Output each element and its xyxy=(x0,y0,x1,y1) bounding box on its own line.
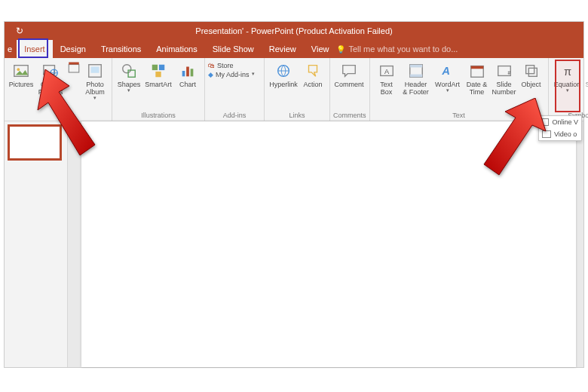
comment-label: Comment xyxy=(334,81,363,89)
hyperlink-button[interactable]: Hyperlink xyxy=(268,60,299,89)
screenshot-icon xyxy=(67,61,81,75)
group-links-label: Links xyxy=(268,112,326,121)
workspace xyxy=(5,121,583,367)
date-time-label: Date & Time xyxy=(467,81,488,96)
chart-icon xyxy=(178,61,198,81)
dropdown-caret-icon: ▾ xyxy=(127,87,130,93)
slide-number-button[interactable]: # Slide Number xyxy=(491,60,518,96)
store-label: Store xyxy=(217,62,234,69)
slide-thumbnail-1[interactable] xyxy=(9,126,60,159)
dropdown-caret-icon: ▾ xyxy=(252,71,255,77)
online-pictures-label: Online Pictures xyxy=(38,81,63,96)
video-on-pc-item[interactable]: Video o xyxy=(539,128,581,140)
svg-rect-4 xyxy=(69,65,79,73)
svg-rect-20 xyxy=(409,65,422,68)
date-time-button[interactable]: Date & Time xyxy=(464,60,491,96)
online-pictures-button[interactable]: Online Pictures xyxy=(35,60,66,96)
redo-icon[interactable]: ↻ xyxy=(16,26,23,36)
header-footer-button[interactable]: Header & Footer xyxy=(400,60,432,96)
tab-design[interactable]: Design xyxy=(53,40,93,58)
tab-transitions[interactable]: Transitions xyxy=(93,40,149,58)
group-text: A Text Box Header & Footer A WordArt ▾ xyxy=(370,58,549,121)
group-images: Pictures Online Pictures xyxy=(5,58,112,121)
tab-insert[interactable]: Insert xyxy=(17,40,53,58)
object-button[interactable]: Object xyxy=(518,60,545,89)
pictures-label: Pictures xyxy=(9,81,34,89)
video-online-label: Online V xyxy=(552,118,578,126)
online-video-icon xyxy=(542,118,549,126)
video-dropdown-menu: Online V Video o xyxy=(538,115,582,141)
svg-rect-10 xyxy=(152,65,158,70)
photo-album-icon xyxy=(85,61,105,81)
hyperlink-icon xyxy=(274,61,293,81)
header-footer-icon xyxy=(406,61,426,81)
tab-slideshow[interactable]: Slide Show xyxy=(205,40,262,58)
object-icon xyxy=(522,61,541,81)
window-title: Presentation' - PowerPoint (Product Acti… xyxy=(5,26,583,35)
slide-canvas[interactable] xyxy=(81,121,576,367)
equation-icon: π xyxy=(558,61,577,81)
video-file-icon xyxy=(542,130,551,138)
slide-canvas-area[interactable] xyxy=(68,121,583,367)
tab-review[interactable]: Review xyxy=(262,40,304,58)
svg-rect-14 xyxy=(186,67,189,77)
group-text-label: Text xyxy=(373,112,545,121)
date-time-icon xyxy=(467,61,487,81)
svg-rect-28 xyxy=(528,68,537,76)
my-addins-label: My Add-ins xyxy=(216,71,250,78)
shapes-button[interactable]: Shapes ▾ xyxy=(115,60,142,93)
title-bar: ↻ Presentation' - PowerPoint (Product Ac… xyxy=(5,22,583,40)
smartart-button[interactable]: SmartArt xyxy=(142,60,174,89)
equation-button[interactable]: π Equation ▾ xyxy=(552,60,583,93)
chart-label: Chart xyxy=(179,81,196,89)
store-button[interactable]: 🛍 Store xyxy=(208,61,261,70)
svg-rect-27 xyxy=(525,66,534,74)
tab-file-partial[interactable]: e xyxy=(5,40,17,58)
symbol-label: Symbol xyxy=(586,81,589,89)
group-images-label xyxy=(8,119,109,121)
pictures-button[interactable]: Pictures xyxy=(8,60,35,89)
action-icon xyxy=(303,61,323,81)
action-button[interactable]: Action xyxy=(299,60,326,89)
wordart-icon: A xyxy=(438,61,458,81)
svg-rect-9 xyxy=(128,70,135,77)
smartart-icon xyxy=(149,61,168,81)
comment-button[interactable]: Comment xyxy=(333,60,365,89)
my-addins-button[interactable]: ◆ My Add-ins ▾ xyxy=(208,70,261,79)
symbol-button[interactable]: Ω Symbol xyxy=(583,60,588,89)
wordart-button[interactable]: A WordArt ▾ xyxy=(432,60,464,93)
screenshot-button[interactable] xyxy=(66,60,81,75)
ribbon-tabs: e Insert Design Transitions Animations S… xyxy=(5,40,583,58)
tab-view[interactable]: View xyxy=(304,40,337,58)
svg-point-8 xyxy=(123,65,131,73)
svg-text:A: A xyxy=(441,66,452,78)
group-addins-label: Add-ins xyxy=(208,112,261,121)
svg-rect-21 xyxy=(409,75,422,78)
hyperlink-label: Hyperlink xyxy=(269,81,298,89)
shapes-icon xyxy=(119,61,139,81)
tab-animations[interactable]: Animations xyxy=(149,40,204,58)
svg-text:#: # xyxy=(507,70,510,75)
smartart-label: SmartArt xyxy=(145,81,172,89)
tell-me-placeholder: Tell me what you want to do... xyxy=(348,44,458,54)
video-on-pc-label: Video o xyxy=(554,130,577,138)
svg-rect-11 xyxy=(159,65,164,70)
slide-number-icon: # xyxy=(495,61,514,81)
tell-me-search[interactable]: 💡 Tell me what you want to do... xyxy=(336,40,583,58)
slide-thumbnails-panel[interactable] xyxy=(5,121,68,367)
group-comments: Comment Comments xyxy=(330,58,370,121)
addins-icon: ◆ xyxy=(208,71,213,78)
comment-icon xyxy=(339,61,359,81)
svg-rect-7 xyxy=(91,67,100,73)
slide-number-label: Slide Number xyxy=(492,81,516,96)
text-box-icon: A xyxy=(377,61,397,81)
online-pictures-icon xyxy=(41,61,60,81)
chart-button[interactable]: Chart xyxy=(174,60,201,89)
svg-point-1 xyxy=(17,68,20,71)
text-box-label: Text Box xyxy=(380,81,393,96)
text-box-button[interactable]: A Text Box xyxy=(373,60,400,96)
photo-album-button[interactable]: Photo Album ▾ xyxy=(81,60,109,101)
lightbulb-icon: 💡 xyxy=(336,45,345,54)
video-online-item[interactable]: Online V xyxy=(539,116,581,128)
svg-text:A: A xyxy=(384,68,389,75)
